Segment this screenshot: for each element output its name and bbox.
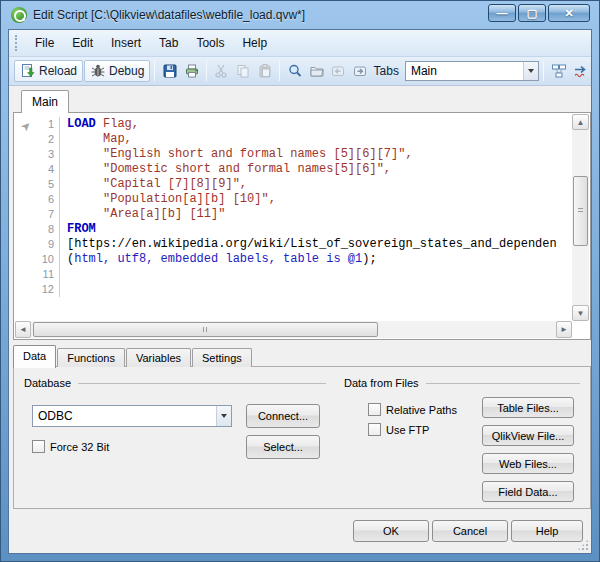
use-ftp-checkbox[interactable]: Use FTP xyxy=(368,423,429,436)
select-button[interactable]: Select... xyxy=(246,435,320,459)
help-button[interactable]: Help xyxy=(511,520,583,542)
print-button[interactable] xyxy=(181,60,202,82)
code-text: LOAD Flag, xyxy=(67,117,139,132)
code-line: 6 "Population[a][b] [10]", xyxy=(14,192,572,207)
toolbar-separator xyxy=(206,61,207,81)
tab-selector-value: Main xyxy=(406,64,523,78)
bottom-tab-row: DataFunctionsVariablesSettings xyxy=(13,345,253,367)
syntax-check-button[interactable] xyxy=(570,60,591,82)
relative-paths-checkbox[interactable]: Relative Paths xyxy=(368,403,457,416)
horizontal-scrollbar-thumb[interactable] xyxy=(33,322,378,337)
code-line: 10(html, utf8, embedded labels, table is… xyxy=(14,252,572,267)
checkbox-icon xyxy=(32,440,45,453)
code-text: (html, utf8, embedded labels, table is @… xyxy=(67,252,377,267)
database-combobox[interactable]: ODBC xyxy=(32,405,232,427)
checkbox-icon xyxy=(368,423,381,436)
line-number: 9 xyxy=(14,237,60,252)
toolbar-separator xyxy=(543,61,544,81)
web-files-button[interactable]: Web Files... xyxy=(482,453,574,474)
menu-item-tools[interactable]: Tools xyxy=(187,32,233,54)
field-data-button[interactable]: Field Data... xyxy=(482,481,574,502)
copy-button[interactable] xyxy=(233,60,254,82)
dialog-client-area: FileEditInsertTabToolsHelp Reload xyxy=(8,29,592,554)
title-bar[interactable]: Edit Script [C:\Qlikview\datafiles\webfi… xyxy=(1,1,599,29)
line-number: 12 xyxy=(14,282,60,297)
line-number: 2 xyxy=(14,132,60,147)
vertical-scrollbar-thumb[interactable] xyxy=(573,176,588,246)
database-group-caption: Database xyxy=(24,377,71,389)
code-text: "Capital [7][8][9]", xyxy=(67,177,247,192)
print-icon xyxy=(184,63,200,79)
table-viewer-icon xyxy=(551,63,567,79)
reload-button[interactable]: Reload xyxy=(14,60,83,82)
cut-button[interactable] xyxy=(211,60,232,82)
scroll-up-icon[interactable]: ▲ xyxy=(572,114,589,130)
vertical-scrollbar[interactable]: ▲ ▼ xyxy=(572,114,589,321)
code-line: 11 xyxy=(14,267,572,282)
back-icon xyxy=(330,63,346,79)
table-viewer-button[interactable] xyxy=(548,60,569,82)
menu-item-help[interactable]: Help xyxy=(233,32,276,54)
scroll-right-icon[interactable]: ► xyxy=(556,321,572,338)
editor-lines: 1LOAD Flag,2 Map,3 "English short and fo… xyxy=(14,117,572,321)
save-icon xyxy=(162,63,178,79)
window-title: Edit Script [C:\Qlikview\datafiles\webfi… xyxy=(33,8,305,22)
database-combobox-value: ODBC xyxy=(33,409,216,423)
files-group-caption: Data from Files xyxy=(344,377,419,389)
tab-selector-combobox[interactable]: Main xyxy=(405,61,539,81)
debug-label: Debug xyxy=(109,64,144,78)
table-files-button[interactable]: Table Files... xyxy=(482,397,574,418)
toolbar-separator xyxy=(279,61,280,81)
tab-functions[interactable]: Functions xyxy=(57,348,125,367)
scroll-left-icon[interactable]: ◄ xyxy=(15,321,31,338)
line-number: 4 xyxy=(14,162,60,177)
code-text: "Area[a][b] [11]" xyxy=(67,207,225,222)
debug-button[interactable]: Debug xyxy=(84,60,150,82)
force-32-bit-checkbox[interactable]: Force 32 Bit xyxy=(32,440,109,453)
data-from-files-group: Data from Files Relative Paths Use FTP T… xyxy=(344,377,580,517)
horizontal-scrollbar[interactable]: ◄ ► xyxy=(15,321,572,338)
code-text: "Domestic short and formal names[5][6]", xyxy=(67,162,391,177)
back-button[interactable] xyxy=(328,60,349,82)
menu-item-insert[interactable]: Insert xyxy=(102,32,150,54)
tab-data[interactable]: Data xyxy=(13,345,56,368)
data-tab-page: Database ODBC Connect... Force 32 Bit Se… xyxy=(13,366,591,509)
line-number: 3 xyxy=(14,147,60,162)
footer-buttons: OK Cancel Help xyxy=(353,520,583,542)
tab-settings[interactable]: Settings xyxy=(192,348,252,367)
maximize-button[interactable]: ▢ xyxy=(518,4,546,22)
qlikview-file-button[interactable]: QlikView File... xyxy=(482,425,574,446)
dropdown-arrow-icon[interactable] xyxy=(523,62,538,80)
cancel-button[interactable]: Cancel xyxy=(432,520,508,542)
paste-button[interactable] xyxy=(255,60,276,82)
menu-bar-items: FileEditInsertTabToolsHelp xyxy=(26,32,276,54)
code-line: 12 xyxy=(14,282,572,297)
menu-grip-handle[interactable] xyxy=(15,35,18,51)
find-button[interactable] xyxy=(284,60,305,82)
tab-variables[interactable]: Variables xyxy=(126,348,191,367)
save-button[interactable] xyxy=(159,60,180,82)
menu-item-edit[interactable]: Edit xyxy=(63,32,102,54)
editor-tab-main[interactable]: Main xyxy=(21,90,69,113)
bottom-tab-control: DataFunctionsVariablesSettings Database … xyxy=(13,345,591,509)
code-line: 8FROM xyxy=(14,222,572,237)
line-number: 8 xyxy=(14,222,60,237)
minimize-button[interactable]: — xyxy=(488,4,516,22)
menu-item-file[interactable]: File xyxy=(26,32,63,54)
tabs-label: Tabs xyxy=(374,64,399,78)
menu-item-tab[interactable]: Tab xyxy=(150,32,187,54)
code-line: 5 "Capital [7][8][9]", xyxy=(14,177,572,192)
paste-icon xyxy=(257,63,273,79)
code-line: 2 Map, xyxy=(14,132,572,147)
close-button[interactable]: ✕ xyxy=(548,4,590,22)
connect-button[interactable]: Connect... xyxy=(246,404,320,428)
scroll-down-icon[interactable]: ▼ xyxy=(572,305,589,321)
editor-surface[interactable]: ➤ 1LOAD Flag,2 Map,3 "English short and … xyxy=(13,112,591,340)
ok-button[interactable]: OK xyxy=(353,520,429,542)
find-icon xyxy=(287,63,303,79)
dropdown-arrow-icon[interactable] xyxy=(216,406,231,426)
script-editor-panel: Main ➤ 1LOAD Flag,2 Map,3 "English short… xyxy=(13,90,591,340)
copy-icon xyxy=(235,63,251,79)
forward-button[interactable] xyxy=(350,60,371,82)
open-folder-button[interactable] xyxy=(306,60,327,82)
